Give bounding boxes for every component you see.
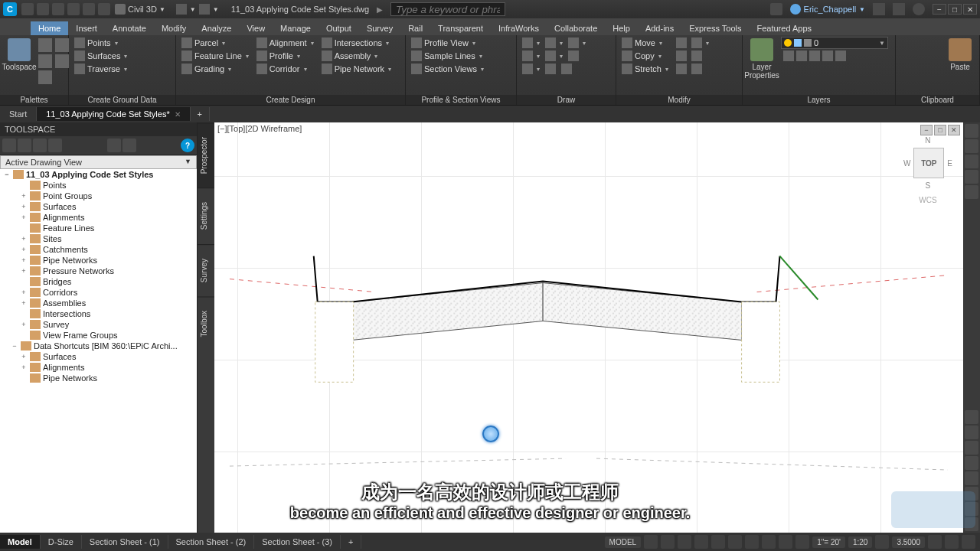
ribbon-tab-transparent[interactable]: Transparent <box>430 21 491 35</box>
design-intersections[interactable]: Intersections▾ <box>319 37 394 49</box>
nav-tool-icon[interactable] <box>965 471 978 485</box>
draw-misc[interactable]: ▾ <box>520 63 588 75</box>
ribbon-tab-annotate[interactable]: Annotate <box>105 21 154 35</box>
expand-icon[interactable]: − <box>3 171 11 178</box>
palette-icon-2[interactable] <box>38 54 52 68</box>
app-icon[interactable]: C <box>3 2 17 16</box>
palette-icon-5[interactable] <box>55 54 69 68</box>
qat-undo-icon[interactable] <box>67 3 80 15</box>
panel-label[interactable]: Create Ground Data <box>69 95 175 105</box>
panel-label[interactable]: Create Design <box>176 95 405 105</box>
status-tpy-icon[interactable] <box>795 535 809 549</box>
nav-orbit-icon[interactable] <box>965 170 978 184</box>
workspace-switcher[interactable]: Civil 3D ▼ <box>115 4 165 15</box>
ribbon-tab-add-ins[interactable]: Add-ins <box>638 21 681 35</box>
status-ortho-icon[interactable] <box>678 535 691 549</box>
draw-shapes[interactable]: ▾ ▾ <box>520 50 588 62</box>
layout-tab[interactable]: Model <box>0 535 41 549</box>
modify-move[interactable]: Move▾ <box>619 37 671 49</box>
doc-tab[interactable]: 11_03 Applying Code Set Styles*✕ <box>37 107 190 121</box>
layer-tools[interactable] <box>781 50 892 62</box>
expand-icon[interactable]: + <box>20 235 28 243</box>
tree-item[interactable]: Bridges <box>0 276 197 287</box>
design-alignment[interactable]: Alignment▾ <box>254 37 316 49</box>
close-button[interactable]: ✕ <box>963 4 977 15</box>
modify-stretch[interactable]: Stretch▾ <box>619 63 671 75</box>
ribbon-tab-home[interactable]: Home <box>31 21 68 35</box>
status-osnap-icon[interactable] <box>711 535 725 549</box>
profile-section-views[interactable]: Section Views▾ <box>409 63 486 75</box>
panel-label[interactable]: Draw <box>517 95 616 105</box>
ribbon-tab-infraworks[interactable]: InfraWorks <box>491 21 547 35</box>
chevron-down-icon[interactable]: ▼ <box>213 6 219 13</box>
tree-item[interactable]: +Assemblies <box>0 298 197 308</box>
share-icon[interactable] <box>199 4 210 15</box>
qat-open-icon[interactable] <box>37 3 49 15</box>
ground-traverse[interactable]: Traverse▾ <box>72 63 129 75</box>
design-pipe-network[interactable]: Pipe Network▾ <box>319 63 394 75</box>
exchange-icon[interactable] <box>873 3 885 15</box>
expand-icon[interactable]: + <box>20 192 28 200</box>
tree-item[interactable]: Pipe Networks <box>0 373 197 383</box>
status-customize-icon[interactable] <box>962 535 975 549</box>
expand-icon[interactable]: + <box>20 299 28 307</box>
tree-item[interactable]: +Point Groups <box>0 191 197 201</box>
qat-save-icon[interactable] <box>52 3 64 15</box>
chevron-down-icon[interactable]: ▼ <box>190 6 196 13</box>
status-scale-ratio[interactable]: 1:20 <box>848 536 872 548</box>
panel-label[interactable]: Clipboard <box>896 95 979 105</box>
panel-label[interactable]: Profile & Section Views <box>406 95 516 105</box>
user-menu[interactable]: Eric_Chappell ▼ <box>790 4 865 15</box>
expand-icon[interactable]: + <box>20 267 28 275</box>
tree-item[interactable]: +Alignments <box>0 362 197 373</box>
status-polar-icon[interactable] <box>694 535 708 549</box>
toolspace-tab-toolbox[interactable]: Toolbox <box>198 296 214 350</box>
ribbon-tab-express-tools[interactable]: Express Tools <box>681 21 749 35</box>
design-corridor[interactable]: Corridor▾ <box>254 63 316 75</box>
save-disk-icon[interactable] <box>176 4 187 15</box>
design-parcel[interactable]: Parcel▾ <box>179 37 251 49</box>
drawing-canvas[interactable]: [−][Top][2D Wireframe] − □ ✕ <box>214 122 963 533</box>
expand-icon[interactable]: + <box>20 214 28 221</box>
toolspace-tab-prospector[interactable]: Prospector <box>198 122 214 187</box>
viewcube[interactable]: N W TOP E S WCS <box>903 136 952 204</box>
status-dynucs-icon[interactable] <box>745 535 759 549</box>
minimize-button[interactable]: − <box>933 4 946 15</box>
status-clean-icon[interactable] <box>928 535 942 549</box>
nav-tool-icon[interactable] <box>965 456 978 470</box>
palette-icon-1[interactable] <box>38 38 52 52</box>
draw-line[interactable]: ▾ ▾ ▾ <box>520 37 588 49</box>
panel-label[interactable]: Layers <box>743 95 895 105</box>
status-model[interactable]: MODEL <box>605 536 642 548</box>
tree-item[interactable]: +Surfaces <box>0 351 197 362</box>
viewcube-e[interactable]: E <box>947 159 952 168</box>
new-tab-button[interactable]: + <box>191 107 210 121</box>
expand-icon[interactable]: − <box>11 342 18 350</box>
add-layout-button[interactable]: + <box>341 535 361 549</box>
nav-showmotion-icon[interactable] <box>965 185 978 199</box>
maximize-button[interactable]: □ <box>948 4 962 15</box>
layer-properties-button[interactable]: Layer Properties <box>746 37 778 95</box>
ribbon-tab-survey[interactable]: Survey <box>359 21 400 35</box>
expand-icon[interactable]: + <box>20 256 28 264</box>
toolspace-tree[interactable]: −11_03 Applying Code Set StylesPoints+Po… <box>0 169 197 533</box>
nav-zoom-icon[interactable] <box>965 155 978 168</box>
status-scale-combo[interactable]: 1"= 20' <box>812 536 845 548</box>
status-3dosnap-icon[interactable] <box>728 535 742 549</box>
palette-icon-3[interactable] <box>38 70 52 84</box>
ts-tool-icon[interactable] <box>18 139 31 152</box>
tree-item[interactable]: View Frame Groups <box>0 330 197 341</box>
qat-plot-icon[interactable] <box>98 3 110 15</box>
viewcube-n[interactable]: N <box>903 136 952 145</box>
ribbon-tab-collaborate[interactable]: Collaborate <box>547 21 605 35</box>
expand-icon[interactable]: + <box>20 289 28 296</box>
modify-mirror[interactable] <box>674 50 711 62</box>
toolspace-tab-settings[interactable]: Settings <box>198 187 214 243</box>
status-lwt-icon[interactable] <box>779 535 792 549</box>
modify-scale[interactable] <box>674 63 711 75</box>
close-icon[interactable]: ✕ <box>175 110 181 119</box>
status-isolate-icon[interactable] <box>945 535 959 549</box>
ribbon-tab-featured-apps[interactable]: Featured Apps <box>749 21 819 35</box>
ribbon-tab-rail[interactable]: Rail <box>400 21 430 35</box>
tree-item[interactable]: −Data Shortcuts [BIM 360:\EPiC Archi... <box>0 341 197 351</box>
